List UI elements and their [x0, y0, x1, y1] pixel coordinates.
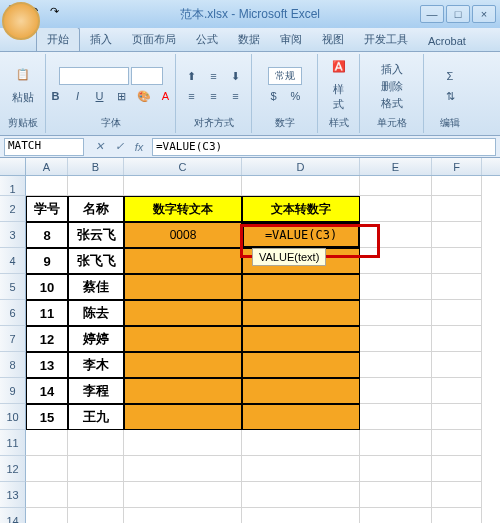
cell-11-5[interactable]	[432, 430, 482, 456]
cell-C3[interactable]: 0008	[124, 222, 242, 248]
name-box[interactable]: MATCH	[4, 138, 84, 156]
cell-F5[interactable]	[432, 274, 482, 300]
cell-F2[interactable]	[432, 196, 482, 222]
cell-E10[interactable]	[360, 404, 432, 430]
accept-formula[interactable]: ✓	[110, 138, 128, 156]
cell-1-0[interactable]	[26, 176, 68, 196]
cell-13-4[interactable]	[360, 482, 432, 508]
row-11[interactable]: 11	[0, 430, 26, 456]
tab-data[interactable]: 数据	[228, 28, 270, 51]
cell-14-4[interactable]	[360, 508, 432, 523]
cell-B6[interactable]: 陈去	[68, 300, 124, 326]
cell-F3[interactable]	[432, 222, 482, 248]
cell-A9[interactable]: 14	[26, 378, 68, 404]
close-button[interactable]: ×	[472, 5, 496, 23]
percent-button[interactable]: %	[286, 87, 306, 105]
cells-delete[interactable]: 删除	[381, 79, 403, 94]
align-bot[interactable]: ⬇	[226, 67, 246, 85]
cell-A5[interactable]: 10	[26, 274, 68, 300]
cell-F4[interactable]	[432, 248, 482, 274]
cell-E4[interactable]	[360, 248, 432, 274]
cell-D10[interactable]	[242, 404, 360, 430]
row-14[interactable]: 14	[0, 508, 26, 523]
paste-button[interactable]: 📋粘贴	[6, 66, 40, 107]
row-10[interactable]: 10	[0, 404, 26, 430]
align-center[interactable]: ≡	[204, 87, 224, 105]
cell-E7[interactable]	[360, 326, 432, 352]
cell-14-1[interactable]	[68, 508, 124, 523]
cell-F10[interactable]	[432, 404, 482, 430]
cell-1-4[interactable]	[360, 176, 432, 196]
tab-home[interactable]: 开始	[36, 27, 80, 51]
cell-11-4[interactable]	[360, 430, 432, 456]
cell-D5[interactable]	[242, 274, 360, 300]
size-select[interactable]	[131, 67, 163, 85]
cell-C5[interactable]	[124, 274, 242, 300]
row-3[interactable]: 3	[0, 222, 26, 248]
cell-E9[interactable]	[360, 378, 432, 404]
cell-14-0[interactable]	[26, 508, 68, 523]
font-select[interactable]	[59, 67, 129, 85]
cell-D3[interactable]: =VALUE(C3)VALUE(text)	[242, 222, 360, 248]
cell-13-1[interactable]	[68, 482, 124, 508]
office-button[interactable]	[2, 2, 40, 40]
fill-color-button[interactable]: 🎨	[134, 87, 154, 105]
cell-13-2[interactable]	[124, 482, 242, 508]
fx-button[interactable]: fx	[130, 138, 148, 156]
cancel-formula[interactable]: ✕	[90, 138, 108, 156]
cell-11-0[interactable]	[26, 430, 68, 456]
col-A[interactable]: A	[26, 158, 68, 175]
cell-1-5[interactable]	[432, 176, 482, 196]
tab-view[interactable]: 视图	[312, 28, 354, 51]
cell-A3[interactable]: 8	[26, 222, 68, 248]
row-7[interactable]: 7	[0, 326, 26, 352]
tab-acrobat[interactable]: Acrobat	[418, 31, 476, 51]
cell-14-5[interactable]	[432, 508, 482, 523]
cell-C6[interactable]	[124, 300, 242, 326]
hdr-txt2num[interactable]: 文本转数字	[242, 196, 360, 222]
cell-12-3[interactable]	[242, 456, 360, 482]
cell-A4[interactable]: 9	[26, 248, 68, 274]
align-top[interactable]: ⬆	[182, 67, 202, 85]
row-1[interactable]: 1	[0, 176, 26, 196]
cell-12-5[interactable]	[432, 456, 482, 482]
row-9[interactable]: 9	[0, 378, 26, 404]
col-F[interactable]: F	[432, 158, 482, 175]
cell-14-3[interactable]	[242, 508, 360, 523]
cell-1-2[interactable]	[124, 176, 242, 196]
align-right[interactable]: ≡	[226, 87, 246, 105]
cell-14-2[interactable]	[124, 508, 242, 523]
cell-13-5[interactable]	[432, 482, 482, 508]
cell-B4[interactable]: 张飞飞	[68, 248, 124, 274]
tab-layout[interactable]: 页面布局	[122, 28, 186, 51]
cells-insert[interactable]: 插入	[381, 62, 403, 77]
cell-1-3[interactable]	[242, 176, 360, 196]
minimize-button[interactable]: —	[420, 5, 444, 23]
cell-E6[interactable]	[360, 300, 432, 326]
cell-1-1[interactable]	[68, 176, 124, 196]
cell-C10[interactable]	[124, 404, 242, 430]
cell-12-2[interactable]	[124, 456, 242, 482]
tab-insert[interactable]: 插入	[80, 28, 122, 51]
tab-formulas[interactable]: 公式	[186, 28, 228, 51]
cell-E2[interactable]	[360, 196, 432, 222]
cell-11-3[interactable]	[242, 430, 360, 456]
cell-B10[interactable]: 王九	[68, 404, 124, 430]
font-color-button[interactable]: A	[156, 87, 176, 105]
underline-button[interactable]: U	[90, 87, 110, 105]
tab-dev[interactable]: 开发工具	[354, 28, 418, 51]
col-B[interactable]: B	[68, 158, 124, 175]
cell-B9[interactable]: 李程	[68, 378, 124, 404]
cell-F9[interactable]	[432, 378, 482, 404]
tab-review[interactable]: 审阅	[270, 28, 312, 51]
currency-button[interactable]: $	[264, 87, 284, 105]
cell-E3[interactable]	[360, 222, 432, 248]
cell-B8[interactable]: 李木	[68, 352, 124, 378]
border-button[interactable]: ⊞	[112, 87, 132, 105]
cell-12-4[interactable]	[360, 456, 432, 482]
row-13[interactable]: 13	[0, 482, 26, 508]
number-format[interactable]: 常规	[268, 67, 302, 85]
cell-C9[interactable]	[124, 378, 242, 404]
cell-D6[interactable]	[242, 300, 360, 326]
cells-format[interactable]: 格式	[381, 96, 403, 111]
